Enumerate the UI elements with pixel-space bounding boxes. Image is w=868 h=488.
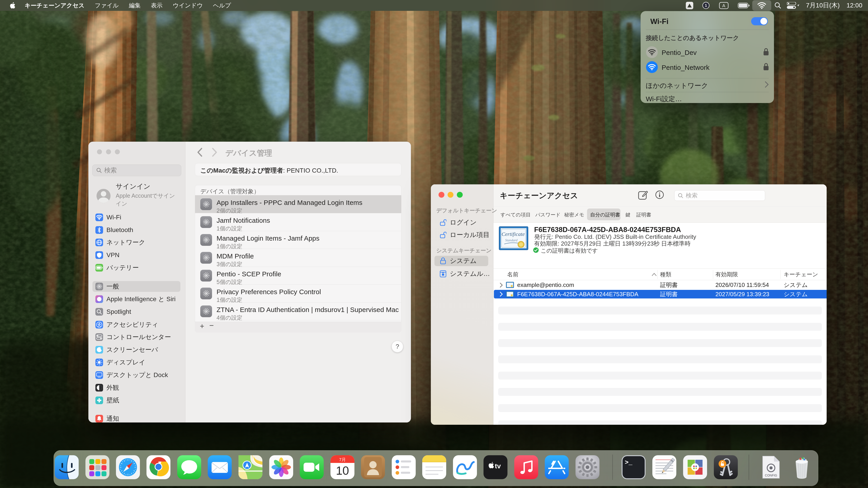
svg-text:10: 10	[336, 464, 349, 477]
svg-text:1: 1	[705, 3, 707, 8]
svg-text:A: A	[722, 3, 725, 8]
svg-text:Standard: Standard	[505, 238, 518, 242]
svg-text:tv: tv	[495, 462, 501, 470]
svg-text:CONFIG: CONFIG	[765, 474, 777, 477]
svg-text:7月: 7月	[339, 457, 346, 462]
svg-text:>_: >_	[625, 459, 632, 466]
svg-text:Certificate: Certificate	[502, 231, 525, 237]
